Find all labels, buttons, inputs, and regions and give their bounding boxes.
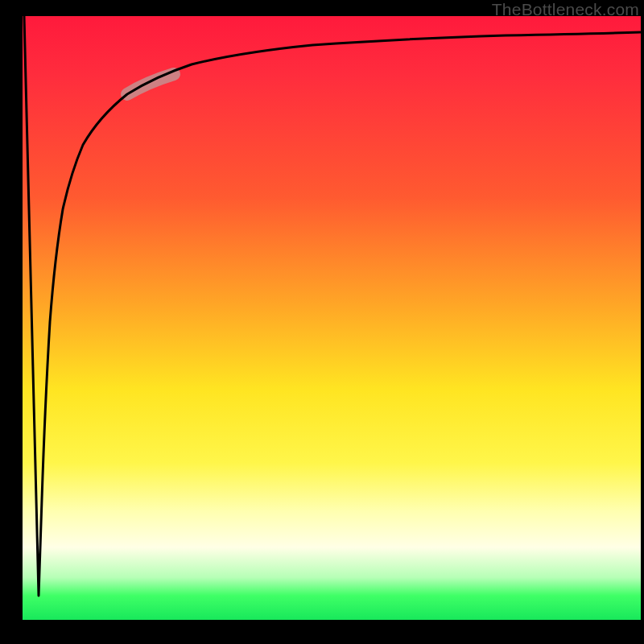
watermark-text: TheBottleneck.com: [492, 0, 639, 19]
chart-stage: TheBottleneck.com: [0, 0, 644, 644]
bottom-margin: [0, 620, 644, 644]
plot-area: [23, 16, 641, 620]
left-margin: [0, 0, 23, 644]
